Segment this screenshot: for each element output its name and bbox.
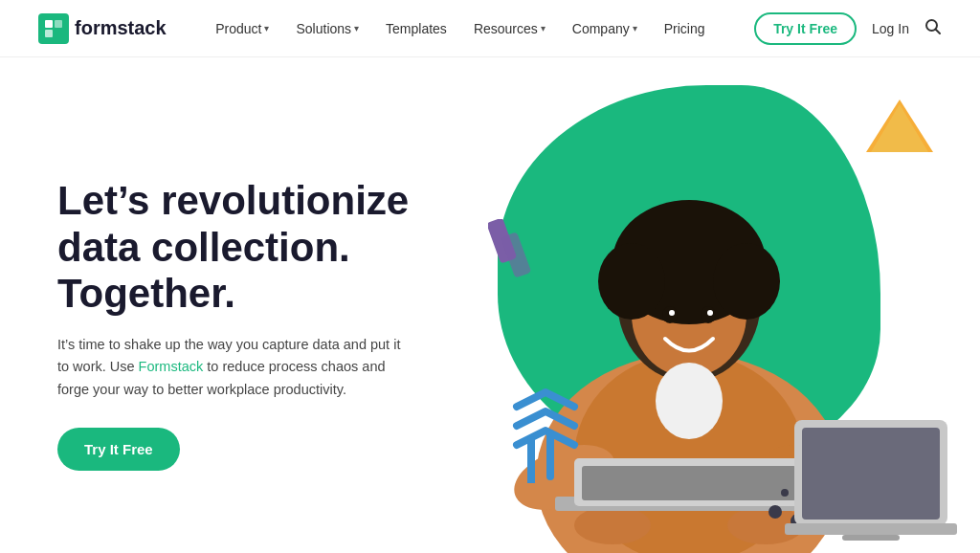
navbar: formstack Product ▾ Solutions ▾ Template…	[0, 0, 980, 57]
blue-chevron-decoration	[507, 387, 584, 487]
chevron-icon: ▾	[541, 23, 546, 33]
logo-text: formstack	[75, 17, 167, 39]
svg-rect-43	[842, 535, 900, 541]
svg-rect-38	[582, 466, 796, 500]
hero-cta-button[interactable]: Try It Free	[57, 428, 180, 471]
nav-actions: Try It Free Log In	[754, 12, 942, 45]
hero-image-area	[459, 66, 957, 553]
svg-point-26	[598, 243, 665, 320]
chevron-icon: ▾	[633, 23, 637, 33]
search-icon	[924, 18, 942, 35]
chevron-icon: ▾	[264, 23, 269, 33]
logo-icon	[38, 13, 69, 44]
svg-rect-2	[55, 20, 62, 28]
svg-point-30	[669, 310, 675, 316]
svg-point-39	[656, 363, 723, 439]
formstack-link[interactable]: Formstack	[139, 359, 204, 374]
nav-resources[interactable]: Resources ▾	[474, 21, 546, 36]
nav-templates[interactable]: Templates	[386, 21, 447, 36]
nav-try-free-button[interactable]: Try It Free	[754, 12, 857, 45]
nav-product[interactable]: Product ▾	[215, 21, 269, 36]
nav-links: Product ▾ Solutions ▾ Templates Resource…	[215, 21, 704, 36]
svg-point-34	[574, 506, 651, 544]
nav-pricing[interactable]: Pricing	[664, 21, 705, 36]
hero-title: Let’s revolutionize data collection. Tog…	[57, 178, 459, 317]
hero-section: Let’s revolutionize data collection. Tog…	[0, 57, 980, 553]
hero-description: It’s time to shake up the way you captur…	[57, 334, 402, 401]
svg-rect-0	[45, 20, 53, 28]
svg-point-27	[713, 243, 780, 320]
purple-shape-decoration	[488, 219, 536, 290]
nav-solutions[interactable]: Solutions ▾	[296, 21, 359, 36]
chevron-icon: ▾	[354, 23, 359, 33]
svg-marker-6	[871, 104, 928, 152]
svg-rect-41	[802, 428, 940, 520]
svg-rect-1	[45, 30, 53, 37]
orange-shape-decoration	[861, 95, 938, 166]
nav-login-link[interactable]: Log In	[872, 21, 909, 36]
search-button[interactable]	[924, 18, 942, 39]
nav-company[interactable]: Company ▾	[572, 21, 637, 36]
svg-point-31	[707, 310, 713, 316]
svg-rect-42	[785, 523, 957, 535]
svg-line-4	[935, 29, 940, 33]
svg-point-11	[768, 505, 782, 519]
logo-link[interactable]: formstack	[38, 13, 167, 44]
laptop-decoration	[785, 410, 957, 553]
hero-content: Let’s revolutionize data collection. Tog…	[57, 178, 459, 470]
